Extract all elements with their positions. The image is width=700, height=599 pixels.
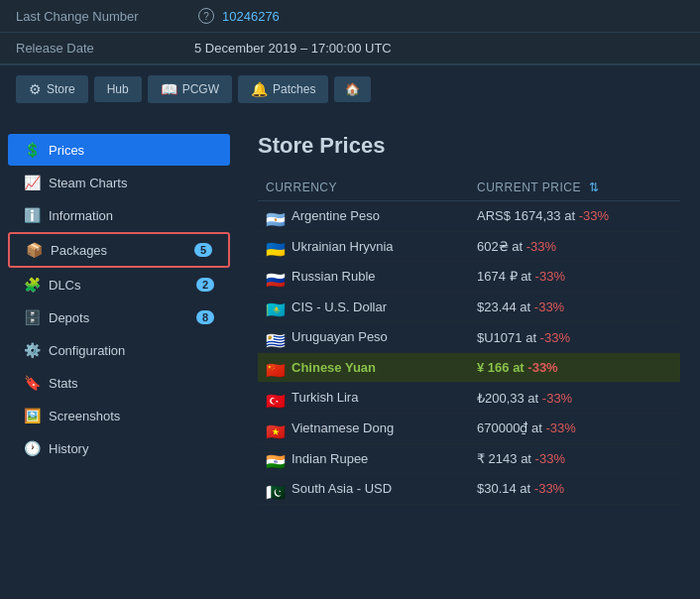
flag-icon: 🇮🇳 xyxy=(266,452,286,466)
sidebar-item-packages[interactable]: 📦Packages5 xyxy=(8,232,230,268)
price-value: $30.14 at -33% xyxy=(477,481,564,496)
currency-name: Chinese Yuan xyxy=(292,360,376,375)
sidebar-item-depots[interactable]: 🗄️Depots8 xyxy=(8,301,230,333)
flag-icon: 🇦🇷 xyxy=(266,210,286,224)
sidebar-label-depots: Depots xyxy=(49,310,89,325)
sidebar-item-history[interactable]: 🕐History xyxy=(8,432,230,464)
configuration-icon: ⚙️ xyxy=(24,342,41,358)
col-price-header[interactable]: CURRENT PRICE ⇅ xyxy=(469,175,680,201)
sidebar-item-stats[interactable]: 🔖Stats xyxy=(8,367,230,399)
currency-cell: 🇷🇺Russian Ruble xyxy=(258,262,469,293)
discount: -33% xyxy=(526,239,556,254)
content-area: Store Prices CURRENCY CURRENT PRICE ⇅ 🇦🇷… xyxy=(238,113,700,599)
currency-cell: 🇵🇰South Asia - USD xyxy=(258,474,469,505)
release-date-value: 5 December 2019 – 17:00:00 UTC xyxy=(194,41,392,56)
prices-icon: 💲 xyxy=(24,142,41,158)
price-cell: $U1071 at -33% xyxy=(469,322,680,353)
price-value: ¥ 166 at -33% xyxy=(477,360,558,375)
price-cell: $23.44 at -33% xyxy=(469,292,680,322)
sidebar-item-information[interactable]: ℹ️Information xyxy=(8,199,230,231)
price-cell: ¥ 166 at -33% xyxy=(469,352,680,383)
pcgw-button[interactable]: 📖 PCGW xyxy=(148,75,232,103)
hub-button[interactable]: Hub xyxy=(94,76,142,102)
dlcs-icon: 🧩 xyxy=(24,277,41,293)
table-row: 🇰🇿CIS - U.S. Dollar$23.44 at -33% xyxy=(258,292,680,322)
currency-cell: 🇺🇦Ukrainian Hryvnia xyxy=(258,231,469,262)
badge-dlcs: 2 xyxy=(196,278,214,292)
information-icon: ℹ️ xyxy=(24,207,41,223)
price-value: $U1071 at -33% xyxy=(477,330,570,345)
sidebar-label-packages: Packages xyxy=(51,243,107,258)
col-currency-header: CURRENCY xyxy=(258,175,469,201)
packages-icon: 📦 xyxy=(26,242,43,258)
currency-name: Ukrainian Hryvnia xyxy=(292,239,394,254)
stats-icon: 🔖 xyxy=(24,375,41,391)
sidebar-label-screenshots: Screenshots xyxy=(49,409,120,423)
flag-icon: 🇺🇦 xyxy=(266,240,286,254)
table-row: 🇵🇰South Asia - USD$30.14 at -33% xyxy=(258,474,680,505)
sidebar-label-information: Information xyxy=(49,208,113,223)
currency-cell: 🇰🇿CIS - U.S. Dollar xyxy=(258,292,469,322)
hub-label: Hub xyxy=(107,82,129,96)
last-change-row: Last Change Number ? 10246276 xyxy=(0,0,700,33)
price-value: 1674 ₽ at -33% xyxy=(477,269,565,284)
sidebar-item-prices[interactable]: 💲Prices xyxy=(8,134,230,166)
price-cell: $30.14 at -33% xyxy=(469,474,680,505)
table-row: 🇷🇺Russian Ruble1674 ₽ at -33% xyxy=(258,262,680,293)
flag-icon: 🇹🇷 xyxy=(266,392,286,406)
patches-icon: 🔔 xyxy=(251,81,268,97)
flag-icon: 🇰🇿 xyxy=(266,300,286,314)
sidebar-label-history: History xyxy=(49,441,88,456)
price-value: ₹ 2143 at -33% xyxy=(477,451,565,466)
currency-cell: 🇺🇾Uruguayan Peso xyxy=(258,322,469,353)
badge-packages: 5 xyxy=(194,243,212,257)
depots-icon: 🗄️ xyxy=(24,309,41,325)
price-cell: ₺200,33 at -33% xyxy=(469,383,680,414)
steam-icon: ⚙ xyxy=(29,81,42,97)
sidebar-item-configuration[interactable]: ⚙️Configuration xyxy=(8,334,230,366)
store-label: Store xyxy=(47,82,75,96)
price-cell: 1674 ₽ at -33% xyxy=(469,262,680,293)
last-change-label: Last Change Number xyxy=(16,9,194,24)
sidebar-label-steam-charts: Steam Charts xyxy=(49,176,127,190)
steam-charts-icon: 📈 xyxy=(24,175,41,190)
table-row: 🇻🇳Vietnamese Dong670000₫ at -33% xyxy=(258,413,680,443)
flag-icon: 🇺🇾 xyxy=(266,331,286,345)
flag-icon: 🇨🇳 xyxy=(266,361,286,375)
discount: -33% xyxy=(540,330,570,345)
currency-name: Indian Rupee xyxy=(292,451,368,466)
currency-cell: 🇨🇳Chinese Yuan xyxy=(258,352,469,383)
currency-cell: 🇻🇳Vietnamese Dong xyxy=(258,413,469,443)
sidebar-item-dlcs[interactable]: 🧩DLCs2 xyxy=(8,269,230,300)
page-title: Store Prices xyxy=(258,133,680,159)
discount: -33% xyxy=(534,300,564,314)
patches-label: Patches xyxy=(273,82,315,96)
price-cell: ₹ 2143 at -33% xyxy=(469,443,680,474)
price-cell: ARS$ 1674,33 at -33% xyxy=(469,201,680,232)
currency-name: Uruguayan Peso xyxy=(292,329,388,344)
store-button[interactable]: ⚙ Store xyxy=(16,75,88,103)
sidebar-label-configuration: Configuration xyxy=(49,343,125,358)
release-date-row: Release Date 5 December 2019 – 17:00:00 … xyxy=(0,33,700,64)
flag-icon: 🇷🇺 xyxy=(266,271,286,285)
table-row: 🇺🇾Uruguayan Peso$U1071 at -33% xyxy=(258,322,680,353)
discount: -33% xyxy=(542,391,572,406)
currency-cell: 🇹🇷Turkish Lira xyxy=(258,383,469,414)
flag-icon: 🇻🇳 xyxy=(266,422,286,436)
price-value: ₺200,33 at -33% xyxy=(477,391,572,406)
discount: -33% xyxy=(527,360,557,375)
price-table: CURRENCY CURRENT PRICE ⇅ 🇦🇷Argentine Pes… xyxy=(258,175,680,505)
table-header: CURRENCY CURRENT PRICE ⇅ xyxy=(258,175,680,201)
sidebar-item-steam-charts[interactable]: 📈Steam Charts xyxy=(8,167,230,198)
sidebar-item-screenshots[interactable]: 🖼️Screenshots xyxy=(8,400,230,431)
home-button[interactable]: 🏠 xyxy=(334,76,371,102)
table-row: 🇺🇦Ukrainian Hryvnia602₴ at -33% xyxy=(258,231,680,262)
currency-cell: 🇮🇳Indian Rupee xyxy=(258,443,469,474)
price-value: 670000₫ at -33% xyxy=(477,420,576,435)
currency-name: Vietnamese Dong xyxy=(292,420,394,435)
sidebar-label-prices: Prices xyxy=(49,143,84,158)
history-icon: 🕐 xyxy=(24,440,41,456)
patches-button[interactable]: 🔔 Patches xyxy=(238,75,328,103)
help-icon[interactable]: ? xyxy=(198,8,214,24)
price-value: 602₴ at -33% xyxy=(477,239,556,254)
